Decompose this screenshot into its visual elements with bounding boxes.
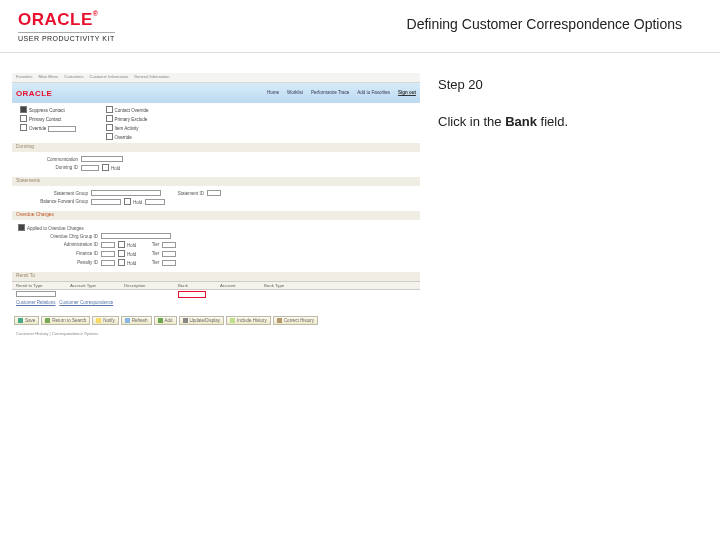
field-stmt-id (207, 190, 221, 196)
cell-description (124, 291, 164, 298)
top-link: Performance Trace (311, 90, 349, 96)
menu-item: Customer Information (90, 74, 128, 81)
page-title: Defining Customer Correspondence Options (407, 10, 702, 32)
btn-label: Add (165, 318, 173, 323)
mini-oracle-logo: ORACLE (16, 89, 52, 98)
logo-subtitle: USER PRODUCTIVITY KIT (18, 32, 115, 42)
btn-label: Include History (237, 318, 267, 323)
page-header: ORACLE® USER PRODUCTIVITY KIT Defining C… (0, 0, 720, 48)
notify-button[interactable]: Notify (92, 316, 119, 325)
check-balfwd-hold: Hold (124, 198, 142, 205)
screenshot-preview: Favorites Main Menu Customers Customer I… (12, 73, 420, 363)
mini-brandbar: ORACLE Home Worklist Performance Trace A… (12, 83, 420, 103)
instruction-panel: Step 20 Click in the Bank field. (420, 73, 568, 363)
mini-field (48, 126, 76, 132)
check-apply-overdue: Applied to Overdue Charges (18, 224, 84, 231)
col-bank: Bank (178, 283, 206, 288)
label-stmt-group: Statement Group (18, 191, 88, 196)
remit-grid-row (12, 290, 420, 299)
update-button[interactable]: Update/Display (179, 316, 225, 325)
field-dunning-id (81, 165, 99, 171)
col-banktype: Bank Type (264, 283, 294, 288)
refresh-icon (125, 318, 130, 323)
top-link: Add to Favorites (357, 90, 390, 96)
mini-links: Customer Relations Customer Corresponden… (12, 299, 420, 306)
check-contact-override: Contact Override (106, 106, 149, 113)
btn-label: Return to Search (52, 318, 86, 323)
label-dunning-id: Dunning ID (18, 165, 78, 170)
label-tier1: Tier (139, 242, 159, 247)
field-penalty (101, 260, 115, 266)
link-cust-rel: Customer Relations (16, 300, 56, 305)
section-remit: Remit To (12, 272, 420, 281)
notify-icon (96, 318, 101, 323)
btn-label: Save (25, 318, 35, 323)
cell-banktype (264, 291, 294, 298)
add-button[interactable]: Add (154, 316, 177, 325)
include-icon (230, 318, 235, 323)
btn-label: Refresh (132, 318, 148, 323)
return-button[interactable]: Return to Search (41, 316, 90, 325)
field-tier1 (162, 242, 176, 248)
instr-bold: Bank (505, 114, 537, 129)
field-stmt-group (91, 190, 161, 196)
check-primary: Primary Contact (20, 115, 76, 122)
check-admin-hold: Hold (118, 241, 136, 248)
include-button[interactable]: Include History (226, 316, 271, 325)
check-label: Override (29, 126, 46, 131)
mini-button-bar: Save Return to Search Notify Refresh Add… (12, 312, 420, 329)
top-link: Home (267, 90, 279, 96)
label-ovr-group: Overdue Chrg Group ID (18, 234, 98, 239)
mini-check-header: Suppress Contact Primary Contact Overrid… (12, 103, 420, 141)
return-icon (45, 318, 50, 323)
step-label: Step 20 (438, 77, 568, 92)
label-tier3: Tier (139, 260, 159, 265)
mini-menubar: Favorites Main Menu Customers Customer I… (12, 73, 420, 83)
menu-item: Customers (64, 74, 83, 81)
step-instruction: Click in the Bank field. (438, 114, 568, 129)
bank-field[interactable] (178, 291, 206, 298)
correct-icon (277, 318, 282, 323)
oracle-logo: ORACLE® USER PRODUCTIVITY KIT (18, 10, 115, 42)
menu-item: Favorites (16, 74, 32, 81)
check-suppress: Suppress Contact (20, 106, 76, 113)
col-remit-type: Remit to Type (16, 283, 56, 288)
btn-label: Notify (103, 318, 115, 323)
correct-button[interactable]: Correct History (273, 316, 318, 325)
top-link: Worklist (287, 90, 303, 96)
update-icon (183, 318, 188, 323)
label-communication: Communication (18, 157, 78, 162)
field-communication (81, 156, 123, 162)
check-item-activity: Item Activity (106, 124, 149, 131)
logo-text: ORACLE (18, 10, 93, 29)
menu-item: Main Menu (38, 74, 58, 81)
field-finance (101, 251, 115, 257)
btn-label: Update/Display (190, 318, 221, 323)
field-admin (101, 242, 115, 248)
field-balfwd (91, 199, 121, 205)
section-statements: Statements (12, 177, 420, 186)
section-dunning: Dunning (12, 143, 420, 152)
label-admin: Administration ID (18, 242, 98, 247)
field-ovr-group (101, 233, 171, 239)
mini-footer-path: Customer History | Correspondence Option… (12, 329, 420, 338)
logo-tm: ® (93, 10, 99, 17)
instr-suffix: field. (537, 114, 568, 129)
add-icon (158, 318, 163, 323)
cell-account (220, 291, 250, 298)
field-tier2 (162, 251, 176, 257)
cell-remit-type (16, 291, 56, 297)
check-override: Override (20, 124, 76, 132)
cell-account-type (70, 291, 110, 298)
label-balfwd: Balance Forward Group (18, 199, 88, 204)
section-overdue: Overdue Charges (12, 211, 420, 220)
btn-label: Correct History (284, 318, 314, 323)
label-tier2: Tier (139, 251, 159, 256)
label-penalty: Penalty ID (18, 260, 98, 265)
check-fin-hold: Hold (118, 250, 136, 257)
check-primary-exclude: Primary Exclude (106, 115, 149, 122)
save-button[interactable]: Save (14, 316, 39, 325)
label-stmt-id: Statement ID (164, 191, 204, 196)
refresh-button[interactable]: Refresh (121, 316, 152, 325)
col-account: Account (220, 283, 250, 288)
